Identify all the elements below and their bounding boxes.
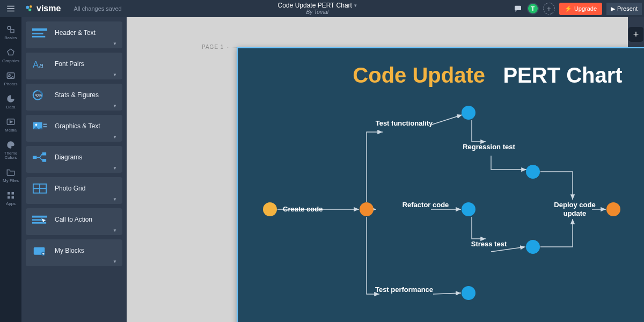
header-icon [32,27,47,39]
chevron-down-icon: ▼ [113,228,117,233]
pert-node[interactable] [462,286,475,300]
left-rail: BasicsGraphicsPhotosDataMediaTheme Color… [0,17,21,322]
user-avatar[interactable]: T [527,3,539,14]
chevron-down-icon: ▼ [113,166,117,171]
svg-point-3 [26,6,29,9]
panel-graphics-text[interactable]: Graphics & Text▼ [26,115,122,142]
svg-text:40%: 40% [35,93,42,97]
save-status: All changes saved [74,5,121,12]
visme-logo-icon [25,4,34,13]
svg-text:A: A [33,60,39,70]
play-icon: ▶ [611,5,615,12]
grid-icon [32,182,47,194]
pert-label[interactable]: Test performance [375,286,434,294]
svg-rect-27 [33,156,36,159]
panel-call-to-action[interactable]: Call to Action▼ [26,208,122,235]
pert-node[interactable] [360,202,374,216]
brand-logo[interactable]: visme [25,4,61,13]
pert-node[interactable] [526,240,540,254]
rail-basics[interactable]: Basics [0,21,21,43]
svg-point-5 [28,9,31,11]
chevron-down-icon: ▼ [113,197,117,202]
brand-name: visme [36,4,61,13]
add-page-button[interactable]: + [628,27,643,42]
svg-point-7 [8,26,11,30]
svg-rect-35 [32,222,46,224]
hamburger-menu[interactable] [0,0,21,17]
comments-icon[interactable] [513,4,523,13]
pert-node[interactable] [606,202,620,216]
add-collaborator-button[interactable]: + [543,3,555,14]
svg-rect-28 [42,152,46,156]
svg-text:a: a [39,61,43,69]
blocks-icon [32,245,47,257]
svg-rect-6 [515,6,521,10]
chevron-down-icon: ▼ [113,104,117,108]
upgrade-button[interactable]: ⚡Upgrade [559,3,602,15]
font-icon: Aa [32,58,47,70]
pert-node[interactable] [526,165,540,179]
panel-stats-figures[interactable]: 40%Stats & Figures▼ [26,84,122,111]
document-author: By Tomal [306,9,328,15]
svg-rect-8 [11,30,14,33]
canvas[interactable]: PAGE 1 Code Update PERT Chart Create cod… [127,17,628,322]
svg-rect-33 [32,216,47,218]
present-button[interactable]: ▶Present [606,3,642,15]
svg-rect-25 [43,123,47,125]
panel-my-blocks[interactable]: My Blocks▼ [26,239,122,266]
svg-rect-16 [32,28,47,31]
rail-graphics[interactable]: Graphics [0,45,21,67]
chevron-down-icon: ▼ [113,135,117,140]
panel-header-text[interactable]: Header & Text▼ [26,21,122,48]
document-title-area[interactable]: Code Update PERT Chart▾ By Tomal [122,2,513,15]
svg-point-4 [30,5,32,8]
chevron-down-icon: ▼ [113,41,117,46]
svg-rect-17 [32,33,43,34]
document-title: Code Update PERT Chart [278,2,352,9]
pert-node[interactable] [462,106,475,120]
rail-photos[interactable]: Photos [0,68,21,90]
rail-apps[interactable]: Apps [0,187,21,209]
panel-photo-grid[interactable]: Photo Grid▼ [26,177,122,204]
rail-my-files[interactable]: My Files [0,164,21,186]
top-right-controls: T + ⚡Upgrade ▶Present [513,3,644,15]
top-bar: visme All changes saved Code Update PERT… [0,0,644,17]
diagram-icon [32,151,47,163]
rail-data[interactable]: Data [0,91,21,113]
pert-label[interactable]: Test functionality [375,119,434,128]
svg-rect-15 [12,196,14,199]
pert-label[interactable]: Deploy code update [545,201,604,217]
svg-rect-12 [8,192,10,195]
pert-label[interactable]: Create code [283,205,342,214]
svg-rect-14 [8,196,10,199]
pert-label[interactable]: Refactor code [396,201,455,209]
pert-label[interactable]: Regression test [459,143,518,151]
panel-font-pairs[interactable]: AaFont Pairs▼ [26,53,122,79]
bolt-icon: ⚡ [565,5,572,12]
graphics-icon [32,120,47,132]
pert-node[interactable] [263,202,277,216]
svg-rect-26 [43,126,47,127]
page-1[interactable]: Code Update PERT Chart Create codeTest f… [237,47,644,322]
chart-edges [238,48,644,322]
chevron-down-icon: ▼ [113,72,117,77]
svg-rect-13 [12,192,14,195]
rail-media[interactable]: Media [0,114,21,136]
cta-icon [32,214,47,225]
pert-label[interactable]: Stress test [459,240,518,248]
chevron-down-icon: ▾ [354,3,357,9]
panel-diagrams[interactable]: Diagrams▼ [26,146,122,173]
main-area: BasicsGraphicsPhotosDataMediaTheme Color… [0,17,644,322]
rail-theme-colors[interactable]: Theme Colors [0,137,21,163]
stats-icon: 40% [32,89,47,101]
svg-rect-29 [42,159,46,162]
pert-node[interactable] [462,202,475,216]
blocks-panel: Header & Text▼AaFont Pairs▼40%Stats & Fi… [21,17,127,322]
chevron-down-icon: ▼ [113,259,117,264]
svg-rect-18 [32,36,45,38]
svg-point-24 [35,123,38,126]
